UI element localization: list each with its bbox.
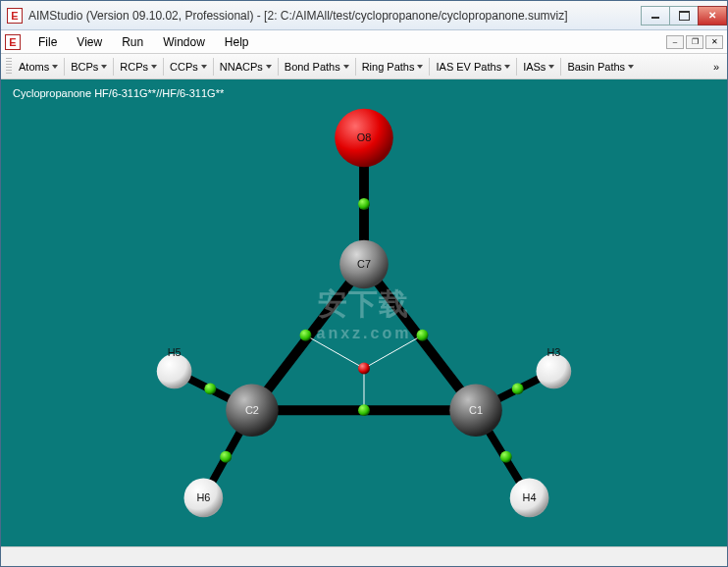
app-logo-icon: E xyxy=(7,8,23,24)
toolbar-sep xyxy=(560,58,561,76)
tool-label: Bond Paths xyxy=(285,61,340,73)
chevron-down-icon xyxy=(504,65,510,69)
atom-h4: H4 xyxy=(510,479,549,518)
window-controls xyxy=(642,6,727,26)
chevron-down-icon xyxy=(266,65,272,69)
close-button[interactable] xyxy=(698,6,727,26)
menu-file[interactable]: File xyxy=(28,32,67,52)
svg-text:C1: C1 xyxy=(469,404,483,416)
tool-iass[interactable]: IASs xyxy=(519,58,558,76)
menubar: E File View Run Window Help – ❐ ✕ xyxy=(1,30,727,54)
window-title: AIMStudio (Version 09.10.02, Professiona… xyxy=(28,9,642,23)
menu-window[interactable]: Window xyxy=(153,32,215,52)
tool-ccps[interactable]: CCPs xyxy=(166,58,211,76)
svg-point-13 xyxy=(417,330,429,341)
svg-point-27 xyxy=(157,354,192,389)
svg-text:H3: H3 xyxy=(546,346,560,358)
svg-text:C2: C2 xyxy=(245,404,259,416)
chevron-down-icon xyxy=(201,65,207,69)
toolbar-sep xyxy=(355,58,356,76)
toolbar-sep xyxy=(516,58,517,76)
tool-label: NNACPs xyxy=(220,61,263,73)
toolbar-sep xyxy=(278,58,279,76)
svg-point-11 xyxy=(358,198,370,210)
toolbar-sep xyxy=(163,58,164,76)
menu-run[interactable]: Run xyxy=(112,32,153,52)
atom-c7: C7 xyxy=(339,240,389,289)
chevron-down-icon xyxy=(548,65,554,69)
menu-view[interactable]: View xyxy=(67,32,112,52)
tool-label: Ring Paths xyxy=(362,61,415,73)
chevron-down-icon xyxy=(417,65,423,69)
maximize-button[interactable] xyxy=(669,6,699,26)
svg-text:H4: H4 xyxy=(523,491,537,503)
svg-point-31 xyxy=(537,354,572,389)
atom-h3: H3 xyxy=(537,346,572,389)
menu-help[interactable]: Help xyxy=(215,32,259,52)
svg-text:O8: O8 xyxy=(357,131,372,143)
viewer-caption: Cyclopropanone HF/6-311G**//HF/6-311G** xyxy=(13,87,224,99)
atom-o8: O8 xyxy=(335,109,393,168)
tool-basinpaths[interactable]: Basin Paths xyxy=(563,58,638,76)
atom-h5: H5 xyxy=(157,346,192,389)
chevron-down-icon xyxy=(628,65,634,69)
toolbar-grip[interactable] xyxy=(6,58,12,76)
tool-bcps[interactable]: BCPs xyxy=(67,58,111,76)
atom-h6: H6 xyxy=(184,479,224,518)
tool-nnacps[interactable]: NNACPs xyxy=(216,58,276,76)
mdi-minimize-button[interactable]: – xyxy=(666,35,684,49)
tool-iasev[interactable]: IAS EV Paths xyxy=(432,58,514,76)
toolbar: Atoms BCPs RCPs CCPs NNACPs Bond Paths R… xyxy=(1,54,727,79)
tool-rcps[interactable]: RCPs xyxy=(116,58,161,76)
tool-ringpaths[interactable]: Ring Paths xyxy=(358,58,428,76)
tool-label: Basin Paths xyxy=(567,61,625,73)
mdi-restore-button[interactable]: ❐ xyxy=(686,35,703,49)
svg-point-16 xyxy=(220,451,232,463)
tool-atoms[interactable]: Atoms xyxy=(15,58,62,76)
molecule-canvas[interactable]: O8 C7 C2 C1 H5 H6 xyxy=(1,79,727,546)
molecule-viewer[interactable]: Cyclopropanone HF/6-311G**//HF/6-311G** xyxy=(1,79,727,546)
svg-point-12 xyxy=(300,330,312,341)
chevron-down-icon xyxy=(343,65,349,69)
svg-text:H5: H5 xyxy=(168,346,182,358)
tool-bondpaths[interactable]: Bond Paths xyxy=(281,58,353,76)
toolbar-overflow[interactable]: » xyxy=(707,59,725,75)
app-window: E AIMStudio (Version 09.10.02, Professio… xyxy=(0,0,728,567)
svg-point-14 xyxy=(358,404,370,416)
tool-label: Atoms xyxy=(19,61,49,73)
tool-label: BCPs xyxy=(71,61,98,73)
minimize-button[interactable] xyxy=(641,6,670,26)
mdi-close-button[interactable]: ✕ xyxy=(705,35,723,49)
tool-label: IAS EV Paths xyxy=(436,61,501,73)
toolbar-sep xyxy=(213,58,214,76)
chevron-down-icon xyxy=(52,65,58,69)
bond-paths xyxy=(175,138,554,498)
svg-line-8 xyxy=(306,335,365,369)
rcp-point xyxy=(358,363,370,375)
chevron-down-icon xyxy=(101,65,107,69)
toolbar-sep xyxy=(429,58,430,76)
tool-label: CCPs xyxy=(170,61,198,73)
statusbar xyxy=(1,546,727,566)
tool-label: RCPs xyxy=(120,61,148,73)
doc-logo-icon: E xyxy=(5,34,21,50)
chevron-down-icon xyxy=(151,65,157,69)
svg-point-17 xyxy=(512,383,524,394)
atom-c1: C1 xyxy=(449,384,502,437)
svg-text:H6: H6 xyxy=(196,491,210,503)
svg-line-9 xyxy=(364,335,423,369)
toolbar-sep xyxy=(113,58,114,76)
tool-label: IASs xyxy=(523,61,546,73)
svg-text:C7: C7 xyxy=(357,258,371,270)
titlebar[interactable]: E AIMStudio (Version 09.10.02, Professio… xyxy=(1,1,727,30)
svg-point-15 xyxy=(204,383,216,394)
atom-c2: C2 xyxy=(226,384,279,437)
svg-point-18 xyxy=(500,451,512,463)
toolbar-sep xyxy=(64,58,65,76)
